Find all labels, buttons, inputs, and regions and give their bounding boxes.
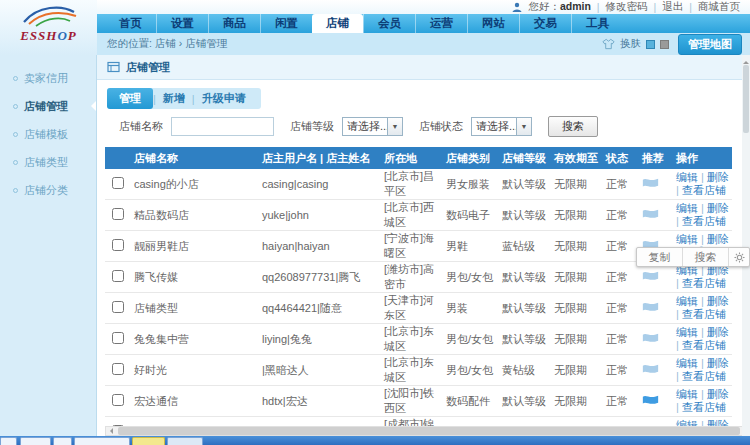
edit-link[interactable]: 编辑 bbox=[676, 388, 698, 400]
search-form: 店铺名称 店铺等级 请选择... ▼ 店铺状态 请选择... ▼ 搜索 bbox=[119, 116, 750, 137]
nav-item-settings[interactable]: 设置 bbox=[156, 14, 208, 33]
vertical-scroll-thumb[interactable] bbox=[743, 65, 749, 133]
tab-upgrade[interactable]: 升级申请 bbox=[195, 91, 253, 106]
delete-link[interactable]: 删除 bbox=[707, 357, 729, 369]
scroll-up-arrow[interactable] bbox=[742, 55, 750, 64]
tab-add[interactable]: 新增 bbox=[156, 91, 192, 106]
popup-copy-button[interactable]: 复制 bbox=[637, 248, 682, 266]
delete-link[interactable]: 删除 bbox=[707, 233, 729, 245]
taskbar-strip bbox=[0, 436, 750, 445]
view-shop-link[interactable]: 查看店铺 bbox=[682, 370, 726, 382]
category-cell: 男包/女包 bbox=[443, 355, 499, 386]
expiry-cell: 无限期 bbox=[551, 169, 603, 200]
gear-icon[interactable] bbox=[729, 248, 749, 266]
delete-link[interactable]: 删除 bbox=[707, 326, 729, 338]
nav-item-trade[interactable]: 交易 bbox=[519, 14, 571, 33]
taskbar-window-fragment[interactable] bbox=[20, 437, 51, 445]
edit-link[interactable]: 编辑 bbox=[676, 171, 698, 183]
chevron-down-icon: ▼ bbox=[387, 118, 402, 135]
sidebar-item-shop-manage[interactable]: 店铺管理 bbox=[0, 92, 96, 120]
column-header: 店主用户名 | 店主姓名 bbox=[259, 147, 381, 169]
row-checkbox[interactable] bbox=[112, 208, 124, 220]
recommend-cell bbox=[639, 200, 673, 231]
view-shop-link[interactable]: 查看店铺 bbox=[682, 308, 726, 320]
nav-item-tools[interactable]: 工具 bbox=[571, 14, 623, 33]
taskbar-window-fragment[interactable] bbox=[132, 437, 165, 445]
edit-link[interactable]: 编辑 bbox=[676, 295, 698, 307]
owner-cell: yuke|john bbox=[259, 200, 381, 231]
esshop-logo[interactable]: ESSHOP bbox=[0, 0, 97, 55]
level-cell: 默认等级 bbox=[499, 262, 551, 293]
shop-name-cell: 精品数码店 bbox=[131, 200, 259, 231]
nav-item-home[interactable]: 首页 bbox=[105, 14, 156, 33]
user-greeting: 您好：admin bbox=[528, 0, 590, 14]
row-checkbox[interactable] bbox=[112, 239, 124, 251]
view-shop-link[interactable]: 查看店铺 bbox=[682, 339, 726, 351]
search-button[interactable]: 搜索 bbox=[548, 116, 598, 137]
row-checkbox[interactable] bbox=[112, 270, 124, 282]
taskbar-window-fragment[interactable] bbox=[74, 437, 130, 445]
row-checkbox[interactable] bbox=[112, 394, 124, 406]
category-cell: 数码配件 bbox=[443, 386, 499, 417]
column-header: 店铺名称 bbox=[131, 147, 259, 169]
expiry-cell: 无限期 bbox=[551, 324, 603, 355]
view-shop-link[interactable]: 查看店铺 bbox=[682, 277, 726, 289]
row-checkbox[interactable] bbox=[112, 363, 124, 375]
shop-name-input[interactable] bbox=[171, 117, 274, 136]
sidebar-item-seller-credit[interactable]: 卖家信用 bbox=[0, 64, 96, 92]
skin-swatch-blue[interactable] bbox=[646, 40, 655, 49]
view-shop-link[interactable]: 查看店铺 bbox=[682, 401, 726, 413]
admin-map-button[interactable]: 管理地图 bbox=[678, 34, 742, 55]
popup-search-button[interactable]: 搜索 bbox=[683, 248, 728, 266]
mall-home-link[interactable]: 商城首页 bbox=[698, 0, 740, 14]
nav-item-goods[interactable]: 商品 bbox=[208, 14, 260, 33]
edit-link[interactable]: 编辑 bbox=[676, 202, 698, 214]
edit-link[interactable]: 编辑 bbox=[676, 357, 698, 369]
vertical-scrollbar[interactable] bbox=[742, 55, 750, 436]
shop-level-select[interactable]: 请选择... ▼ bbox=[342, 117, 403, 136]
skin-swatch-gray[interactable] bbox=[660, 40, 669, 49]
panel-header: 店铺管理 bbox=[97, 55, 750, 80]
edit-link[interactable]: 编辑 bbox=[676, 233, 698, 245]
row-checkbox[interactable] bbox=[112, 301, 124, 313]
status-cell: 正常 bbox=[603, 355, 639, 386]
delete-link[interactable]: 删除 bbox=[707, 295, 729, 307]
delete-link[interactable]: 删除 bbox=[707, 388, 729, 400]
owner-cell: casing|casing bbox=[259, 169, 381, 200]
nav-item-website[interactable]: 网站 bbox=[467, 14, 519, 33]
view-shop-link[interactable]: 查看店铺 bbox=[682, 184, 726, 196]
logout-link[interactable]: 退出 bbox=[662, 0, 683, 14]
horizontal-scrollbar[interactable] bbox=[105, 426, 747, 436]
tab-manage[interactable]: 管理 bbox=[107, 88, 153, 109]
delete-link[interactable]: 删除 bbox=[707, 171, 729, 183]
view-shop-link[interactable]: 查看店铺 bbox=[682, 215, 726, 227]
row-checkbox[interactable] bbox=[112, 177, 124, 189]
category-cell: 数码电子 bbox=[443, 200, 499, 231]
status-cell: 正常 bbox=[603, 231, 639, 262]
sidebar-item-shop-category[interactable]: 店铺分类 bbox=[0, 176, 96, 204]
shop-level-select-value: 请选择... bbox=[343, 119, 387, 134]
taskbar-window-fragment[interactable] bbox=[167, 437, 203, 445]
change-password-link[interactable]: 修改密码 bbox=[606, 0, 648, 14]
scroll-left-arrow[interactable] bbox=[106, 427, 116, 435]
nav-item-secondhand[interactable]: 闲置 bbox=[260, 14, 312, 33]
nav-item-shop[interactable]: 店铺 bbox=[312, 14, 363, 33]
taskbar-window-fragment[interactable] bbox=[53, 437, 72, 445]
username: admin bbox=[560, 0, 591, 12]
flag-icon bbox=[642, 270, 659, 283]
location-cell: [天津市]河东区 bbox=[381, 293, 443, 324]
expiry-cell: 无限期 bbox=[551, 355, 603, 386]
sidebar-item-shop-template[interactable]: 店铺模板 bbox=[0, 120, 96, 148]
delete-link[interactable]: 删除 bbox=[707, 202, 729, 214]
sidebar-item-shop-type[interactable]: 店铺类型 bbox=[0, 148, 96, 176]
horizontal-scroll-thumb[interactable] bbox=[118, 427, 740, 435]
nav-item-member[interactable]: 会员 bbox=[363, 14, 415, 33]
shop-name-cell: casing的小店 bbox=[131, 169, 259, 200]
category-cell: 男装 bbox=[443, 293, 499, 324]
owner-cell: |黑暗达人 bbox=[259, 355, 381, 386]
row-checkbox[interactable] bbox=[112, 332, 124, 344]
edit-link[interactable]: 编辑 bbox=[676, 326, 698, 338]
shop-status-select[interactable]: 请选择... ▼ bbox=[471, 117, 532, 136]
taskbar-window-fragment[interactable] bbox=[0, 437, 17, 445]
nav-item-operate[interactable]: 运营 bbox=[415, 14, 467, 33]
